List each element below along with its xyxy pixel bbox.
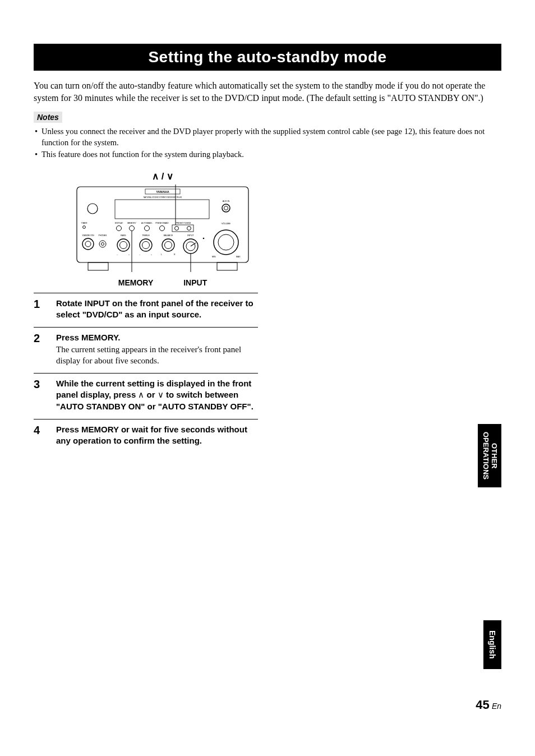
receiver-diagram: ∧ / ∨ YAMAHA NATURAL SOUND STEREO RECEIV… [56,170,269,287]
step-number: 1 [34,298,46,321]
page-number-value: 45 [476,698,489,712]
svg-point-31 [99,241,106,247]
svg-point-19 [145,225,150,231]
language-tab: English [483,620,501,669]
svg-text:YAMAHA: YAMAHA [156,190,169,193]
svg-text:AUX IN: AUX IN [223,200,230,202]
step-4: 4 Press MEMORY or wait for five seconds … [34,419,258,454]
receiver-illustration: YAMAHA NATURAL SOUND STEREO RECEIVER RX-… [76,183,250,276]
step-instruction: Press MEMORY or wait for five seconds wi… [56,425,247,445]
page-number-suffix: En [492,702,501,711]
svg-rect-6 [115,200,209,219]
svg-text:STANDBY/ON: STANDBY/ON [82,234,94,237]
svg-text:MAX: MAX [236,256,241,258]
down-chevron-icon: ∨ [158,390,164,399]
svg-text:BASS: BASS [121,234,126,237]
svg-text:AUTO/MAN'L: AUTO/MAN'L [141,222,153,224]
step-1: 1 Rotate INPUT on the front panel of the… [34,293,258,328]
svg-point-45 [165,241,172,248]
svg-rect-1 [88,262,108,270]
svg-point-28 [82,238,94,250]
svg-text:INPUT: INPUT [187,234,194,237]
svg-point-32 [102,242,104,245]
step-3: 3 While the current setting is displayed… [34,373,258,419]
steps-list: 1 Rotate INPUT on the front panel of the… [34,293,258,454]
svg-text:R: R [174,253,176,256]
step-instruction: Rotate INPUT on the front panel of the r… [56,298,253,319]
svg-point-35 [120,241,127,248]
svg-text:PRESET/BAND: PRESET/BAND [155,222,169,224]
svg-text:TIMER: TIMER [81,222,87,224]
memory-callout-label: MEMORY [118,278,153,287]
svg-text:TREBLE: TREBLE [142,234,150,237]
svg-point-39 [140,239,152,251]
svg-text:L: L [161,253,162,256]
intro-paragraph: You can turn on/off the auto-standby fea… [34,80,501,104]
svg-point-8 [222,204,230,212]
input-callout-label: INPUT [183,278,207,287]
svg-point-14 [117,225,122,231]
step-instruction: Press MEMORY. [56,333,121,342]
svg-text:NATURAL SOUND STEREO RECEIVER : NATURAL SOUND STEREO RECEIVER RX-E6 [144,196,182,199]
svg-text:–: – [117,253,118,256]
preset-up-down-label: ∧ / ∨ [56,170,269,182]
svg-text:+: + [151,253,152,256]
svg-point-21 [160,225,165,231]
step-number: 2 [34,332,46,366]
svg-point-24 [175,226,179,230]
step-number: 3 [34,378,46,412]
svg-text:+: + [128,253,130,256]
step-instruction: While the current setting is displayed i… [56,379,253,411]
page-number: 45 En [476,698,501,712]
step-2: 2 Press MEMORY. The current setting appe… [34,327,258,373]
step-description: The current setting appears in the recei… [56,345,241,365]
svg-point-53 [214,230,238,255]
notes-heading: Notes [34,112,62,123]
note-item: This feature does not function for the s… [34,149,501,160]
svg-point-29 [85,241,91,247]
svg-text:DISPLAY: DISPLAY [115,222,123,224]
svg-point-52 [203,238,205,239]
svg-point-9 [224,206,228,210]
note-item: Unless you connect the receiver and the … [34,126,501,148]
svg-rect-2 [217,262,237,270]
svg-point-25 [187,226,191,230]
section-title-bar: Setting the auto-standby mode [34,44,501,71]
step-number: 4 [34,424,46,447]
svg-text:PHONES: PHONES [99,234,107,237]
notes-list: Unless you connect the receiver and the … [34,126,501,160]
svg-text:VOLUME: VOLUME [222,223,231,225]
svg-point-54 [218,234,234,250]
svg-point-44 [162,239,174,251]
svg-text:PRESET/TUNING: PRESET/TUNING [176,222,191,224]
svg-point-12 [83,225,86,228]
svg-point-34 [117,239,130,251]
svg-text:MIN: MIN [212,256,216,258]
section-title: Setting the auto-standby mode [34,48,501,66]
svg-rect-23 [172,225,193,232]
svg-point-40 [142,241,150,248]
up-chevron-icon: ∧ [138,390,144,399]
svg-point-7 [87,204,98,214]
svg-text:MEMORY: MEMORY [127,222,136,224]
section-tab-other-operations: OTHEROPERATIONS [478,424,501,487]
svg-point-16 [130,225,135,231]
svg-text:–: – [139,253,140,256]
svg-text:BALANCE: BALANCE [164,234,173,237]
